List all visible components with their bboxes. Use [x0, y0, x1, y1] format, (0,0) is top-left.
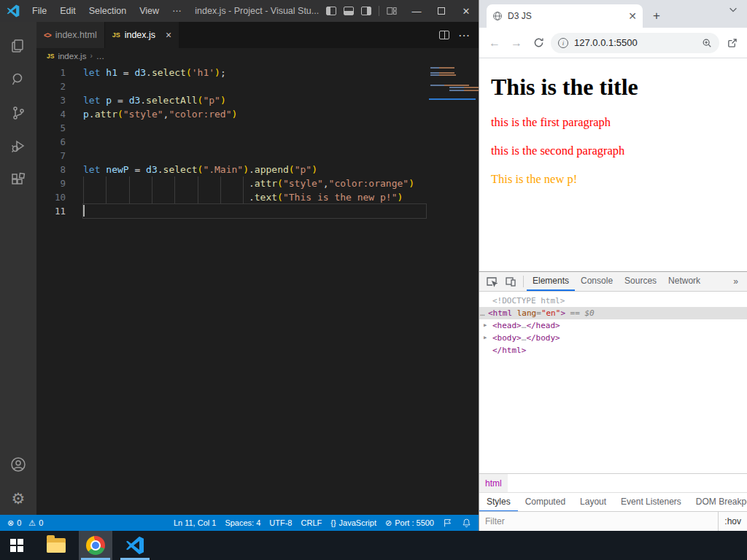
breadcrumb[interactable]: JS index.js › … — [36, 48, 479, 63]
code-line-6[interactable]: 6 — [36, 135, 426, 149]
code-line-8[interactable]: 8let newP = d3.select(".Main").append("p… — [36, 163, 426, 176]
expand-arrow-icon[interactable]: ▶ — [484, 319, 487, 332]
tab-close-icon[interactable]: ✕ — [628, 11, 637, 21]
menu-view[interactable]: View — [133, 0, 166, 22]
filter-input[interactable] — [485, 516, 718, 526]
device-toolbar-icon[interactable] — [501, 272, 520, 291]
run-debug-icon[interactable] — [1, 130, 36, 163]
split-editor-icon[interactable] — [439, 31, 449, 39]
account-icon[interactable] — [1, 448, 36, 481]
problems-warning[interactable]: ⚠0 — [28, 518, 43, 528]
close-tab-icon[interactable]: × — [166, 29, 171, 41]
minimap[interactable] — [429, 65, 476, 167]
chrome-taskbar-button[interactable] — [79, 531, 112, 560]
breadcrumb-html[interactable]: html — [479, 474, 508, 492]
explorer-icon[interactable] — [1, 29, 36, 63]
devtools-tab-sources[interactable]: Sources — [619, 272, 662, 291]
line-number: 8 — [36, 163, 66, 176]
status-crlf[interactable]: CRLF — [301, 518, 322, 527]
status-ln11col1[interactable]: Ln 11, Col 1 — [174, 518, 217, 527]
notifications-bell-icon[interactable] — [462, 518, 471, 528]
hov-toggle[interactable]: :hov — [718, 512, 747, 531]
reload-button[interactable] — [529, 34, 548, 52]
styles-tab-dom-breakpoints[interactable]: DOM Breakpoints — [689, 493, 747, 512]
editor-tab-index.js[interactable]: JSindex.js× — [105, 22, 180, 48]
devtools-separator — [523, 276, 524, 287]
extensions-icon[interactable] — [1, 163, 36, 197]
feedback-icon[interactable] — [443, 518, 453, 528]
tree-row-3[interactable]: ▶<head>…</head> — [479, 319, 747, 332]
code-line-1[interactable]: 1let h1 = d3.select('h1'); — [36, 66, 426, 79]
settings-gear-icon[interactable]: ⚙ — [1, 481, 36, 515]
code-line-9[interactable]: 9.attr("style","color:orange") — [36, 176, 426, 190]
zoom-icon[interactable] — [702, 38, 712, 48]
windows-logo-icon — [10, 539, 23, 552]
customize-layout-icon[interactable] — [387, 6, 397, 16]
share-icon — [727, 37, 738, 48]
close-button[interactable]: ✕ — [454, 0, 479, 22]
url-text[interactable]: 127.0.0.1:5500 — [574, 37, 696, 48]
styles-tab-styles[interactable]: Styles — [479, 493, 518, 512]
globe-icon — [492, 11, 503, 21]
styles-tab-layout[interactable]: Layout — [573, 493, 614, 512]
line-number: 4 — [36, 107, 66, 121]
new-tab-button[interactable]: + — [647, 7, 666, 26]
devtools-tab-network[interactable]: Network — [662, 272, 706, 291]
code-line-7[interactable]: 7 — [36, 149, 426, 163]
styles-tab-computed[interactable]: Computed — [518, 493, 573, 512]
page-paragraph-3: This is the new p! — [491, 172, 735, 187]
code-line-4[interactable]: 4p.attr("style","color:red") — [36, 107, 426, 121]
inspect-element-icon[interactable] — [482, 272, 501, 291]
tree-row-2[interactable]: …<html lang="en"> == $0 — [479, 307, 747, 319]
code-line-2[interactable]: 2 — [36, 79, 426, 93]
menu-file[interactable]: File — [26, 0, 53, 22]
menu-edit[interactable]: Edit — [53, 0, 82, 22]
minimize-button[interactable]: — — [404, 0, 429, 22]
tree-row-5[interactable]: </html> — [479, 344, 747, 357]
line-number: 2 — [36, 79, 66, 93]
editor-more-actions-icon[interactable]: ⋯ — [458, 28, 470, 42]
search-icon[interactable] — [1, 63, 36, 96]
site-info-icon[interactable]: i — [558, 38, 568, 48]
status-port5500[interactable]: ⊘Port : 5500 — [385, 518, 434, 528]
browser-tab[interactable]: D3 JS ✕ — [487, 4, 643, 28]
toggle-sidebar-icon[interactable] — [326, 7, 336, 15]
status-label: Ln 11, Col 1 — [174, 518, 217, 527]
devtools-tab-console[interactable]: Console — [575, 272, 619, 291]
code-line-10[interactable]: 10.text("This is the new p!") — [36, 190, 426, 204]
start-button[interactable] — [0, 531, 34, 560]
source-control-icon[interactable] — [1, 96, 36, 130]
vscode-taskbar-button[interactable] — [118, 531, 152, 560]
tree-row-4[interactable]: ▶<body>…</body> — [479, 332, 747, 344]
more-tabs-button[interactable]: » — [727, 276, 744, 287]
devtools-tab-elements[interactable]: Elements — [527, 272, 575, 291]
share-button[interactable] — [722, 34, 741, 52]
expand-arrow-icon[interactable]: ▶ — [484, 332, 487, 344]
breadcrumb-more[interactable]: … — [96, 52, 105, 61]
back-button[interactable]: ← — [485, 34, 504, 52]
forward-button[interactable]: → — [507, 34, 526, 52]
address-bar[interactable]: i 127.0.0.1:5500 — [551, 33, 719, 53]
breadcrumb-file[interactable]: index.js — [58, 52, 86, 61]
editor-tab-index.html[interactable]: <>index.html — [36, 22, 105, 48]
problems-error[interactable]: ⊗0 — [7, 518, 21, 528]
menu-selection[interactable]: Selection — [82, 0, 133, 22]
status-javascript[interactable]: {}JavaScript — [330, 518, 376, 527]
page-title: This is the title — [491, 74, 735, 101]
status-utf8[interactable]: UTF-8 — [269, 518, 292, 527]
menu-[interactable]: ⋯ — [166, 0, 188, 22]
code-line-5[interactable]: 5 — [36, 121, 426, 135]
code-line-3[interactable]: 3let p = d3.selectAll("p") — [36, 93, 426, 107]
tree-row-1[interactable]: <!DOCTYPE html> — [479, 295, 747, 307]
code-line-11[interactable]: 11 — [36, 204, 426, 218]
styles-tab-event-listeners[interactable]: Event Listeners — [614, 493, 689, 512]
tab-search-chevron-icon[interactable] — [728, 4, 738, 15]
toggle-secondary-sidebar-icon[interactable] — [361, 7, 371, 15]
toggle-panel-icon[interactable] — [344, 7, 354, 15]
file-explorer-button[interactable] — [39, 531, 73, 560]
elements-tree[interactable]: <!DOCTYPE html>…<html lang="en"> == $0▶<… — [479, 292, 747, 473]
status-spaces4[interactable]: Spaces: 4 — [225, 518, 260, 527]
statusbar-problems[interactable]: ⊗0⚠0 — [7, 518, 43, 528]
maximize-button[interactable] — [429, 0, 454, 22]
code-editor[interactable]: 1let h1 = d3.select('h1');23let p = d3.s… — [36, 63, 479, 515]
